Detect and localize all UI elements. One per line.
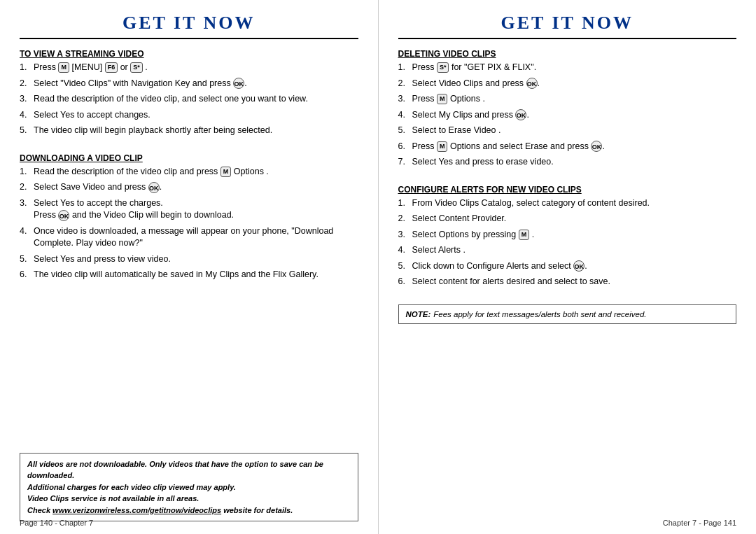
right-section2-steps: 1. From Video Clips Catalog, select cate… bbox=[398, 197, 737, 292]
left-footer: Page 140 - Chapter 7 bbox=[20, 519, 93, 527]
list-item: 6. Select content for alerts desired and… bbox=[398, 276, 737, 288]
list-item: 2. Select "Video Clips" with Navigation … bbox=[20, 78, 358, 90]
right-column: Get It Now Deleting Video Clips 1. Press… bbox=[379, 0, 757, 534]
ok-btn-icon4: OK bbox=[526, 78, 538, 89]
left-section1-heading: To View a Streaming Video bbox=[20, 49, 358, 59]
left-section1-steps: 1. Press M [MENU] F6 or S* . 2. Select "… bbox=[20, 62, 358, 141]
list-item: 3. Press M Options . bbox=[398, 93, 737, 106]
list-item: 2. Select Content Provider. bbox=[398, 213, 737, 225]
ok-btn-icon: OK bbox=[233, 78, 244, 89]
list-item: 3. Select Yes to accept the charges.Pres… bbox=[20, 197, 358, 222]
list-item: 3. Read the description of the video cli… bbox=[20, 93, 358, 106]
f6-btn-icon: F6 bbox=[105, 62, 118, 73]
list-item: 4. Select Alerts . bbox=[398, 244, 737, 257]
left-section2-steps: 1. Read the description of the video cli… bbox=[20, 166, 358, 285]
left-title: Get It Now bbox=[20, 13, 358, 34]
menu-btn-icon2: M bbox=[220, 167, 232, 177]
menu-btn-icon4: M bbox=[437, 141, 448, 152]
ok-btn-icon7: OK bbox=[573, 260, 584, 272]
menu-btn-icon5: M bbox=[519, 230, 530, 240]
list-item: 2. Select Video Clips and press OK. bbox=[398, 78, 737, 90]
note-label: NOTE: bbox=[406, 310, 431, 318]
list-item: 1. Press S* for "GET PIX & FLIX". bbox=[398, 62, 737, 74]
left-content: To View a Streaming Video 1. Press M [ME… bbox=[20, 49, 358, 521]
list-item: 5. Click down to Configure Alerts and se… bbox=[398, 260, 737, 273]
note-text: Fees apply for text messages/alerts both… bbox=[433, 310, 646, 318]
ok-btn-icon3: OK bbox=[58, 210, 69, 221]
menu-btn-icon: M bbox=[58, 62, 69, 73]
disclaimer-link[interactable]: www.verizonwireless.com/getitnow/videocl… bbox=[52, 506, 221, 514]
s-btn-icon2: S* bbox=[437, 62, 449, 73]
right-section1-steps: 1. Press S* for "GET PIX & FLIX". 2. Sel… bbox=[398, 62, 737, 172]
list-item: 5. Select to Erase Video . bbox=[398, 125, 737, 137]
disclaimer-text: All videos are not downloadable. Only vi… bbox=[27, 460, 323, 514]
list-item: 6. The video clip will automatically be … bbox=[20, 269, 358, 281]
note-box: NOTE:Fees apply for text messages/alerts… bbox=[398, 304, 737, 324]
menu-btn-icon3: M bbox=[437, 94, 448, 104]
list-item: 4. Select My Clips and press OK. bbox=[398, 109, 737, 122]
right-content: Deleting Video Clips 1. Press S* for "GE… bbox=[398, 49, 737, 521]
list-item: 5. The video clip will begin playback sh… bbox=[20, 125, 358, 137]
page: Get It Now To View a Streaming Video 1. … bbox=[0, 0, 756, 534]
list-item: 7. Select Yes and press to erase video. bbox=[398, 156, 737, 169]
right-section2-heading: Configure Alerts for New Video Clips bbox=[398, 185, 737, 195]
s-btn-icon: S* bbox=[130, 62, 143, 73]
list-item: 1. From Video Clips Catalog, select cate… bbox=[398, 197, 737, 210]
list-item: 5. Select Yes and press to view video. bbox=[20, 253, 358, 266]
ok-btn-icon2: OK bbox=[148, 182, 160, 193]
list-item: 1. Read the description of the video cli… bbox=[20, 166, 358, 178]
list-item: 3. Select Options by pressing M . bbox=[398, 229, 737, 241]
right-title: Get It Now bbox=[398, 13, 737, 34]
list-item: 2. Select Save Video and press OK. bbox=[20, 181, 358, 194]
disclaimer-box: All videos are not downloadable. Only vi… bbox=[20, 453, 358, 522]
left-column: Get It Now To View a Streaming Video 1. … bbox=[0, 0, 379, 534]
left-section2-heading: Downloading a Video Clip bbox=[20, 153, 358, 163]
list-item: 1. Press M [MENU] F6 or S* . bbox=[20, 62, 358, 74]
right-footer: Chapter 7 - Page 141 bbox=[663, 519, 736, 527]
right-section1-heading: Deleting Video Clips bbox=[398, 49, 737, 59]
list-item: 4. Select Yes to accept changes. bbox=[20, 109, 358, 122]
list-item: 4. Once video is downloaded, a message w… bbox=[20, 225, 358, 250]
ok-btn-icon5: OK bbox=[515, 109, 526, 120]
ok-btn-icon6: OK bbox=[591, 141, 602, 152]
list-item: 6. Press M Options and select Erase and … bbox=[398, 141, 737, 153]
